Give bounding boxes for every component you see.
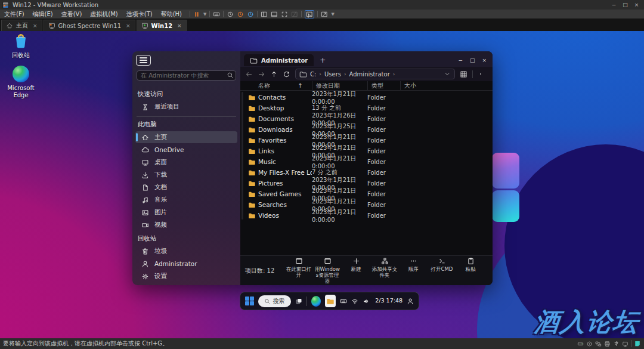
顺序-button[interactable]: 顺序: [400, 257, 426, 272]
sidebar-item-主页[interactable]: 主页: [135, 131, 237, 143]
show-library-icon[interactable]: [261, 11, 268, 18]
close-button[interactable]: ×: [482, 57, 487, 63]
usb-icon[interactable]: [613, 341, 620, 347]
task-view-icon[interactable]: [295, 298, 302, 305]
minimize-button[interactable]: −: [609, 1, 619, 9]
file-row[interactable]: Videos2023年1月21日 0:00:00Folder: [240, 210, 493, 221]
新建-button[interactable]: 新建: [343, 257, 369, 272]
folder-outline-icon: [299, 70, 307, 78]
sidebar-item-下载[interactable]: 下载: [135, 169, 237, 181]
close-button[interactable]: ×: [631, 1, 642, 9]
sort-ascending-icon[interactable]: ↑: [298, 82, 312, 89]
file-action-button[interactable]: [486, 257, 493, 265]
edge-taskbar-icon[interactable]: [311, 296, 321, 307]
sidebar-item-administrator[interactable]: Administrator: [135, 258, 237, 270]
taskbar-search[interactable]: 搜索: [258, 295, 291, 307]
maximize-button[interactable]: □: [620, 1, 630, 9]
view-grid-icon[interactable]: [460, 70, 467, 78]
show-thumbnail-bar-icon[interactable]: [271, 11, 278, 18]
menu-item[interactable]: 帮助(H): [157, 10, 186, 18]
file-row[interactable]: Contacts2023年1月21日 0:00:00Folder: [240, 92, 493, 103]
more-options-icon[interactable]: [478, 71, 484, 77]
menu-item[interactable]: 文件(F): [0, 10, 29, 18]
menu-item[interactable]: 查看(V): [57, 10, 86, 18]
tab-close-icon[interactable]: ×: [33, 23, 38, 29]
fullscreen-icon[interactable]: [281, 11, 288, 18]
forward-icon[interactable]: [258, 70, 265, 78]
taskbar-clock[interactable]: 2/3 17:48: [375, 298, 402, 304]
sidebar-item-音乐[interactable]: 音乐: [135, 194, 237, 206]
pause-vm-icon[interactable]: [193, 11, 200, 18]
stretch-view-icon[interactable]: [321, 11, 328, 18]
tab-close-icon[interactable]: ×: [177, 23, 182, 29]
menu-item[interactable]: 选项卡(T): [122, 10, 157, 18]
search-input[interactable]: [137, 70, 236, 81]
console-view-button[interactable]: [305, 10, 314, 18]
address-bar[interactable]: C:›Users›Administrator›: [295, 69, 455, 79]
用Windows资源管理器-button[interactable]: 用Windows资源管理器: [314, 257, 340, 285]
back-icon[interactable]: [245, 70, 253, 78]
network-icon[interactable]: [595, 341, 602, 347]
desktop-icon-edge[interactable]: Microsoft Edge: [2, 65, 39, 99]
display-icon[interactable]: [622, 341, 628, 347]
explorer-taskbar-icon[interactable]: [325, 295, 336, 307]
take-snapshot-icon[interactable]: [227, 11, 234, 18]
vm-tab[interactable]: Ghost Spectre Win11×: [44, 20, 135, 31]
hdd-icon[interactable]: [577, 341, 584, 347]
window-icon: [324, 257, 332, 265]
minimize-button[interactable]: −: [458, 57, 463, 63]
sidebar-item-桌面[interactable]: 桌面: [135, 156, 237, 168]
vm-toolbar: ▼ ▼: [190, 10, 335, 18]
revert-snapshot-icon[interactable]: [237, 11, 244, 18]
message-log-icon[interactable]: [634, 340, 641, 347]
hamburger-menu-button[interactable]: [136, 55, 151, 66]
volume-icon[interactable]: [363, 298, 370, 305]
wifi-icon[interactable]: [351, 298, 358, 305]
sidebar-item-onedrive[interactable]: OneDrive: [135, 144, 237, 156]
column-size[interactable]: 大小: [400, 81, 493, 90]
vm-tab[interactable]: 主页×: [1, 20, 42, 31]
people-icon[interactable]: [407, 298, 414, 305]
column-date-modified[interactable]: 修改日期: [312, 81, 367, 90]
touch-keyboard-icon[interactable]: [340, 298, 347, 305]
manage-snapshots-icon[interactable]: [247, 11, 254, 18]
添加共享文件夹-button[interactable]: 添加共享文件夹: [371, 257, 398, 278]
action-label: 用Windows资源管理器: [314, 266, 340, 285]
breadcrumb-segment[interactable]: Users: [324, 71, 341, 78]
chevron-down-icon[interactable]: [444, 70, 451, 78]
file-type: Folder: [367, 169, 403, 176]
file-name: Contacts: [258, 94, 312, 101]
file-type: Folder: [367, 202, 403, 208]
explorer-tab[interactable]: Administrator: [244, 54, 314, 66]
start-button[interactable]: [245, 297, 254, 305]
menu-item[interactable]: 虚拟机(M): [86, 10, 122, 18]
breadcrumb-segment[interactable]: C:: [310, 71, 316, 78]
sidebar-item-垃圾[interactable]: 垃圾: [135, 245, 237, 257]
ctrl-alt-del-icon[interactable]: [213, 11, 220, 18]
vm-tab[interactable]: Win12×: [137, 20, 187, 31]
sidebar-item-设置[interactable]: 设置: [135, 270, 237, 282]
printer-icon[interactable]: [604, 341, 611, 347]
sidebar-item-视频[interactable]: 视频: [135, 219, 237, 231]
stretch-dropdown-icon[interactable]: ▼: [331, 12, 334, 17]
打开CMD-button[interactable]: 打开CMD: [429, 257, 455, 272]
menu-item[interactable]: 编辑(E): [29, 10, 57, 18]
refresh-icon[interactable]: [283, 70, 290, 78]
sidebar-item-最近项目[interactable]: 最近项目: [135, 101, 237, 113]
column-name[interactable]: 名称: [258, 82, 298, 90]
breadcrumb-segment[interactable]: Administrator: [349, 71, 390, 78]
document-icon: [141, 184, 149, 192]
sidebar-item-文档[interactable]: 文档: [135, 181, 237, 193]
粘贴-button[interactable]: 粘贴: [457, 257, 484, 272]
在此窗口打开-button[interactable]: 在此窗口打开: [286, 257, 312, 278]
column-type[interactable]: 类型: [367, 81, 400, 90]
desktop-icon-recycle-bin[interactable]: 回收站: [2, 32, 39, 59]
maximize-button[interactable]: □: [470, 57, 475, 63]
up-icon[interactable]: [270, 70, 278, 78]
cd-icon[interactable]: [586, 341, 593, 347]
pause-dropdown-icon[interactable]: ▼: [203, 12, 206, 17]
new-tab-button[interactable]: +: [320, 56, 326, 64]
sidebar-item-图片[interactable]: 图片: [135, 206, 237, 218]
file-row[interactable]: Music2023年1月21日 0:00:00Folder: [240, 156, 493, 167]
tab-close-icon[interactable]: ×: [126, 23, 131, 29]
